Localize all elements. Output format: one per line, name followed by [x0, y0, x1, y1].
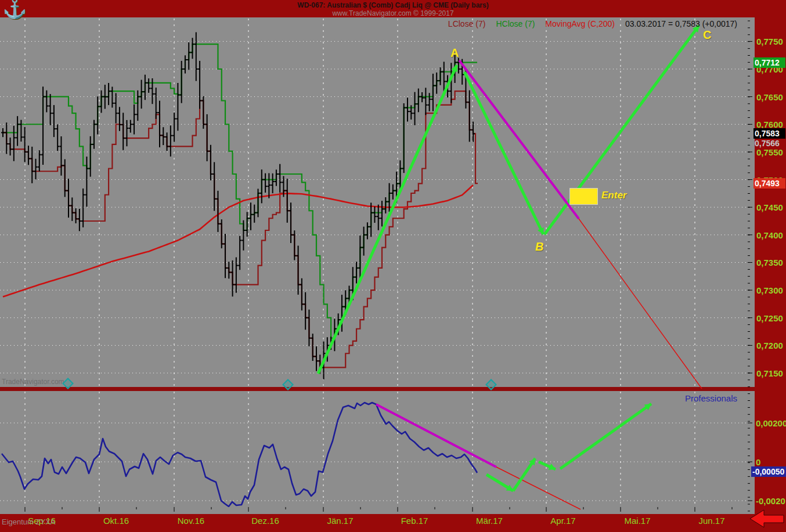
watermark-text: TradeNavigator.com [2, 378, 64, 386]
legend-movavg: MovingAvg (C,200) [545, 19, 615, 28]
indicator-value-marker: -0,00050 [751, 466, 786, 477]
panel-divider [0, 387, 755, 391]
price-tick-label: 0,7150 [756, 368, 785, 378]
anchor-logo-icon: ⚓ [2, 0, 27, 20]
lower-chart-panel[interactable] [0, 391, 748, 507]
month-label: Mär.17 [471, 516, 507, 526]
price-tick-label: 0,7250 [756, 313, 785, 323]
legend: LClose (7) HClose (7) MovingAvg (C,200) … [325, 19, 737, 28]
indicator-tick-label: 0 [756, 457, 786, 467]
legend-hclose: HClose (7) [496, 19, 535, 28]
main-chart-panel[interactable] [0, 17, 748, 388]
chart-canvas [0, 0, 786, 532]
legend-lclose: LClose (7) [448, 19, 486, 28]
prev-close-marker: 0,7566 [753, 138, 785, 149]
month-label: Mai.17 [619, 516, 655, 526]
month-label: Jän.17 [322, 516, 358, 526]
label-point-b: B [535, 240, 543, 254]
window-title: WD-067: Australian $ (Comb) Cadj Liq @ C… [0, 1, 786, 9]
price-tick-label: 0,7300 [756, 285, 785, 295]
month-label: Jun.17 [694, 516, 730, 526]
legend-quote: 03.03.2017 = 0,7583 (+0,0017) [625, 19, 737, 28]
enter-zone-box [569, 188, 598, 205]
month-label: Apr.17 [545, 516, 581, 526]
price-tick-label: 0,7550 [756, 147, 785, 157]
price-tick-label: 0,7350 [756, 258, 785, 267]
month-label: Dez.16 [247, 516, 283, 526]
hclose-marker: 0,7712 [753, 57, 785, 68]
price-tick-label: 0,7400 [756, 230, 785, 240]
ownership-footer: Eigentum ZYXA [2, 517, 56, 526]
price-tick-label: 0,7200 [756, 341, 785, 350]
price-tick-label: 0,7650 [756, 92, 785, 102]
label-point-a: A [450, 46, 459, 60]
month-label: Okt.16 [98, 516, 134, 526]
lclose-marker: 0,7493 [753, 178, 785, 189]
lower-panel-title: Professionals [644, 393, 737, 403]
price-tick-label: 0,7750 [756, 37, 785, 46]
time-scale-strip[interactable] [0, 507, 748, 514]
price-scale-strip[interactable] [748, 17, 755, 514]
window-subtitle: www.TradeNavigator.com © 1999-2017 [0, 9, 786, 17]
indicator-tick-label: 0,00200 [756, 418, 786, 428]
indicator-tick-label: -0,0020 [756, 496, 786, 506]
month-label: Nov.16 [173, 516, 209, 526]
label-point-c: C [703, 28, 711, 42]
enter-label: Enter [601, 190, 626, 201]
scroll-left-arrow-button[interactable] [750, 510, 784, 527]
month-label: Feb.17 [396, 516, 432, 526]
price-tick-label: 0,7450 [756, 202, 785, 212]
